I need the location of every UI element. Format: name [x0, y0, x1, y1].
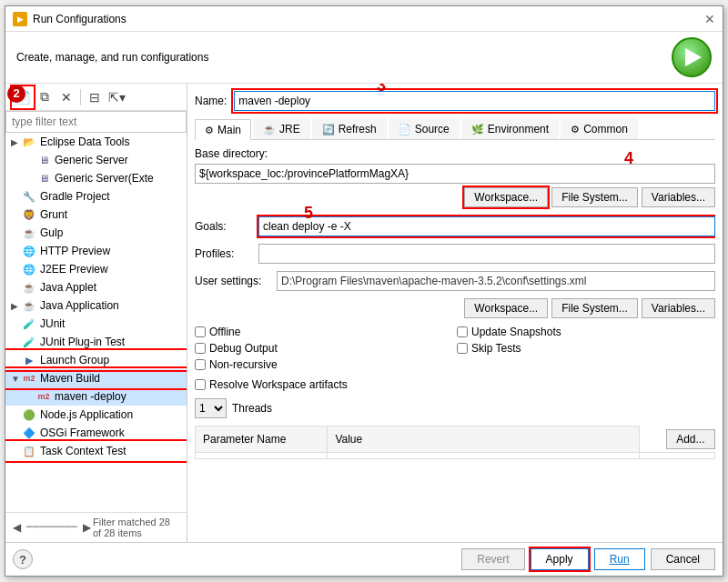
tree-item-grunt[interactable]: 🦁 Grunt — [5, 206, 187, 224]
goals-label: Goals: — [195, 220, 258, 233]
filter-input[interactable] — [5, 111, 187, 133]
non-recursive-checkbox-item[interactable]: Non-recursive — [195, 358, 453, 371]
offline-checkbox-item[interactable]: Offline — [195, 326, 453, 338]
debug-output-checkbox[interactable] — [195, 343, 206, 354]
tree-item-maven-deploy[interactable]: m2 maven -deploy — [5, 387, 187, 406]
tree-item-junit-plugin[interactable]: 🧪 JUnit Plug-in Test — [5, 333, 187, 351]
run-icon — [685, 48, 702, 66]
profiles-label: Profiles: — [195, 247, 258, 260]
tree-item-j2ee[interactable]: 🌐 J2EE Preview — [5, 260, 187, 278]
tree-label: Node.js Application — [40, 408, 133, 421]
scroll-right-icon[interactable]: ▶ — [81, 521, 93, 534]
variables-btn2[interactable]: Variables... — [642, 298, 715, 318]
filter-config-button[interactable]: ⊟ — [85, 87, 105, 107]
tree-item-java-application[interactable]: ▶ ☕ Java Application — [5, 296, 187, 315]
non-recursive-label: Non-recursive — [209, 358, 278, 371]
environment-tab-icon: 🌿 — [471, 124, 484, 135]
close-icon[interactable]: ✕ — [704, 12, 715, 26]
cancel-button[interactable]: Cancel — [651, 548, 715, 570]
tab-main-label: Main — [217, 124, 241, 136]
params-table: Parameter Name Value Add... — [195, 426, 715, 459]
dialog-subtitle: Create, manage, and run configurations — [16, 51, 208, 64]
tree-item-task-context[interactable]: 📋 Task Context Test — [5, 442, 187, 460]
tree-item-junit[interactable]: 🧪 JUnit — [5, 315, 187, 333]
profiles-row: Profiles: — [195, 244, 715, 264]
junit-icon: 🧪 — [22, 316, 36, 331]
dialog-icon: ▶ — [13, 12, 27, 26]
tree-item-http-preview[interactable]: 🌐 HTTP Preview — [5, 242, 187, 260]
update-snapshots-label: Update Snapshots — [471, 326, 561, 338]
scroll-left-icon[interactable]: ◀ — [11, 521, 23, 534]
tree-item-maven-build[interactable]: ▼ m2 Maven Build — [5, 369, 187, 387]
threads-select[interactable]: 1 2 4 — [195, 398, 227, 418]
junit-plugin-icon: 🧪 — [22, 335, 36, 349]
run-action-button[interactable]: Run — [594, 548, 645, 570]
tree-item-java-applet[interactable]: ☕ Java Applet — [5, 278, 187, 296]
skip-tests-checkbox[interactable] — [457, 343, 468, 354]
revert-button[interactable]: Revert — [461, 548, 524, 570]
help-button[interactable]: ? — [13, 549, 33, 569]
tab-refresh-label: Refresh — [339, 123, 377, 135]
tree-item-nodejs[interactable]: 🟢 Node.js Application — [5, 406, 187, 424]
empty-param-action — [640, 452, 715, 458]
main-content: 2 📄 ⧉ ✕ ⊟ ⇱▾ ▶ 📂 Eclipse Data Tools — [5, 84, 723, 542]
tree-item-launch-group[interactable]: ▶ Launch Group — [5, 351, 187, 369]
main-tab-content: Base directory: 4 Workspace... File Syst… — [195, 147, 715, 535]
delete-config-button[interactable]: ✕ — [56, 87, 76, 107]
scroll-indicator: ━━━━━━━━ — [26, 521, 77, 534]
tree-label: Maven Build — [40, 372, 100, 385]
tab-environment[interactable]: 🌿 Environment — [461, 118, 559, 139]
duplicate-config-button[interactable]: ⧉ — [35, 87, 55, 107]
tree-item-osgi[interactable]: 🔷 OSGi Framework — [5, 424, 187, 442]
goals-input[interactable] — [258, 216, 715, 236]
tree-item-gulp[interactable]: ☕ Gulp — [5, 224, 187, 242]
user-settings-buttons: Workspace... File System... Variables... — [195, 298, 715, 318]
filesystem-btn[interactable]: File System... — [551, 187, 638, 207]
tab-source[interactable]: 📄 Source — [389, 118, 460, 139]
run-button[interactable] — [672, 37, 712, 77]
tree-item-eclipse-data-tools[interactable]: ▶ 📂 Eclipse Data Tools — [5, 133, 187, 151]
apply-button[interactable]: Apply — [531, 548, 589, 570]
tab-common[interactable]: ⚙ Common — [561, 118, 638, 139]
tree-item-gradle[interactable]: 🔧 Gradle Project — [5, 187, 187, 206]
config-name-input[interactable] — [234, 91, 715, 111]
expand-icon: ▶ — [11, 301, 22, 311]
debug-output-checkbox-item[interactable]: Debug Output — [195, 342, 453, 355]
tree-item-generic-server-ext[interactable]: 🖥 Generic Server(Exte — [5, 169, 187, 187]
resolve-workspace-checkbox[interactable] — [195, 379, 206, 390]
resolve-workspace-label: Resolve Workspace artifacts — [209, 378, 348, 391]
skip-tests-checkbox-item[interactable]: Skip Tests — [457, 342, 715, 355]
user-settings-input[interactable] — [277, 271, 715, 291]
tab-main[interactable]: ⚙ Main — [195, 119, 251, 140]
tree-item-generic-server[interactable]: 🖥 Generic Server — [5, 151, 187, 169]
update-snapshots-checkbox[interactable] — [457, 326, 468, 337]
jre-tab-icon: ☕ — [263, 124, 276, 135]
tab-refresh[interactable]: 🔄 Refresh — [312, 118, 387, 139]
java-applet-icon: ☕ — [22, 280, 36, 295]
variables-btn[interactable]: Variables... — [642, 187, 715, 207]
run-configurations-dialog: ▶ Run Configurations ✕ Create, manage, a… — [5, 5, 723, 577]
workspace-btn2[interactable]: Workspace... — [464, 298, 548, 318]
params-empty-row — [196, 452, 715, 458]
add-param-btn[interactable]: Add... — [666, 429, 714, 449]
update-snapshots-checkbox-item[interactable]: Update Snapshots — [457, 326, 715, 338]
callout-5: 5 — [304, 204, 313, 223]
offline-checkbox[interactable] — [195, 326, 206, 337]
profiles-input[interactable] — [258, 244, 715, 264]
tab-source-label: Source — [415, 123, 450, 135]
toolbar-separator — [80, 89, 81, 105]
add-btn-cell: Add... — [640, 426, 715, 453]
filesystem-btn2[interactable]: File System... — [551, 298, 638, 318]
j2ee-icon: 🌐 — [22, 262, 36, 276]
collapse-all-button[interactable]: ⇱▾ — [106, 87, 126, 107]
resolve-workspace-checkbox-item[interactable]: Resolve Workspace artifacts — [195, 378, 715, 391]
name-row: 3 Name: — [195, 91, 715, 111]
non-recursive-checkbox[interactable] — [195, 359, 206, 370]
base-directory-input[interactable] — [195, 164, 715, 184]
http-icon: 🌐 — [22, 244, 36, 258]
empty-param-name — [196, 452, 328, 458]
tree-label: JUnit — [40, 317, 65, 330]
tab-jre[interactable]: ☕ JRE — [253, 118, 310, 139]
callout-4: 4 — [624, 149, 633, 168]
workspace-btn[interactable]: Workspace... — [464, 187, 548, 207]
